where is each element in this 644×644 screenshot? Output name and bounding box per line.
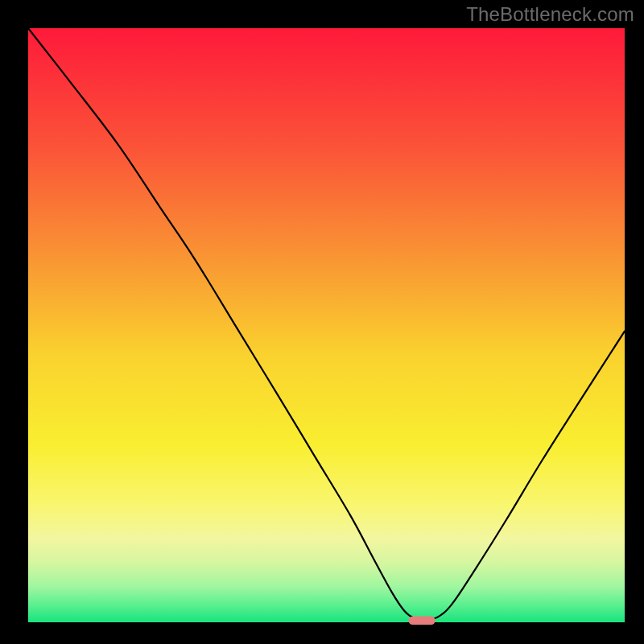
optimal-marker (408, 617, 435, 625)
bottleneck-chart (0, 0, 644, 644)
chart-frame: TheBottleneck.com (0, 0, 644, 644)
gradient-background (28, 28, 625, 622)
